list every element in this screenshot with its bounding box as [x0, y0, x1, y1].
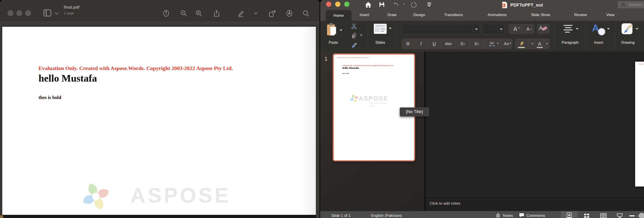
- tab-slide-show[interactable]: Slide Show: [531, 13, 550, 17]
- redo-button[interactable]: [410, 1, 418, 8]
- tab-design[interactable]: Design: [413, 13, 425, 17]
- preview-window: final.pdf 1 page: [0, 0, 320, 218]
- font-color-menu-button[interactable]: [544, 38, 550, 49]
- minimize-window-button[interactable]: [335, 2, 340, 7]
- zoom-out-minus-icon[interactable]: [629, 215, 635, 216]
- change-case-button[interactable]: Aa: [500, 38, 512, 49]
- font-size-select[interactable]: [482, 24, 505, 34]
- new-slide-button[interactable]: [374, 24, 387, 35]
- undo-menu-caret-icon[interactable]: [403, 4, 405, 5]
- paste-button[interactable]: [326, 23, 337, 38]
- thumb-body-text: thes is bold: [342, 73, 349, 74]
- thumb-watermark: ASPOSE Your File Format APIs: [350, 94, 388, 103]
- format-painter-button[interactable]: [350, 42, 358, 50]
- thumb-pdf-eval-text: Evaluation Only. Created with Aspose.PDF…: [337, 57, 369, 58]
- copy-button[interactable]: [351, 32, 357, 40]
- close-window-button[interactable]: [8, 10, 13, 16]
- notes-toggle-button[interactable]: [495, 212, 501, 218]
- tab-review[interactable]: Review: [574, 13, 587, 17]
- normal-view-button[interactable]: [561, 211, 578, 218]
- language-button[interactable]: English (Pakistan): [371, 214, 402, 218]
- share-button[interactable]: [212, 10, 221, 18]
- save-icon: [379, 1, 385, 8]
- paste-menu-caret-icon[interactable]: [340, 30, 342, 31]
- search-box[interactable]: Search: [618, 1, 644, 8]
- comments-label: Comments: [526, 214, 545, 218]
- tab-transitions[interactable]: Transitions: [444, 13, 463, 17]
- font-size-buttons: A A: [508, 24, 534, 34]
- slide-canvas[interactable]: Evaluation Only. Created with Aspose.PDF…: [635, 62, 644, 186]
- minimize-window-button[interactable]: [16, 10, 22, 16]
- insert-menu-caret-icon[interactable]: [607, 28, 610, 30]
- subscript-button[interactable]: X2: [470, 38, 484, 49]
- save-button[interactable]: [378, 1, 385, 8]
- notes-label: Notes: [503, 214, 513, 218]
- font-color-button[interactable]: A: [535, 38, 544, 49]
- comments-toggle-button[interactable]: [519, 213, 524, 218]
- drawing-menu-caret-icon[interactable]: [636, 28, 638, 30]
- character-spacing-button[interactable]: AV: [484, 38, 500, 49]
- markup-menu-button[interactable]: [253, 10, 259, 18]
- font-format-group: B I U abe X2 X2 AV Aa: [402, 38, 512, 49]
- insert-button[interactable]: A: [592, 23, 606, 36]
- zoom-window-button[interactable]: [344, 2, 350, 7]
- color-format-group: A: [515, 38, 550, 49]
- aspose-swirl-icon: [350, 94, 359, 103]
- slides-menu-caret-icon[interactable]: [389, 28, 392, 29]
- rotate-button[interactable]: [268, 10, 276, 18]
- strikethrough-button[interactable]: abe: [441, 38, 456, 49]
- bold-button[interactable]: B: [402, 38, 414, 49]
- highlight-button[interactable]: [515, 38, 529, 49]
- annotate-button[interactable]: [285, 10, 294, 18]
- drawing-icon: [621, 22, 634, 36]
- slide-show-button[interactable]: [614, 211, 626, 218]
- group-divider: [368, 23, 368, 49]
- undo-button[interactable]: [392, 1, 399, 8]
- workspace: 1 Evaluation Only. Created with Aspose.P…: [320, 52, 644, 211]
- window-title: PDFToPPT_out: [510, 2, 543, 8]
- info-button[interactable]: [162, 10, 170, 18]
- pdf-evaluation-text: Evaluation Only. Created with Aspose.Wor…: [38, 65, 233, 72]
- customize-toolbar-button[interactable]: [426, 1, 432, 8]
- zoom-window-button[interactable]: [25, 10, 31, 16]
- markup-button[interactable]: [236, 10, 244, 18]
- shrink-font-button[interactable]: A: [523, 26, 533, 33]
- paragraph-button[interactable]: [561, 24, 574, 34]
- slide-sorter-view-button[interactable]: [581, 211, 592, 218]
- spacing-arrow-icon: [489, 45, 495, 47]
- zoom-slider-knob[interactable]: [639, 213, 644, 218]
- superscript-button[interactable]: X2: [456, 38, 470, 49]
- cut-button[interactable]: [350, 23, 357, 30]
- font-name-select[interactable]: [402, 24, 480, 34]
- pdf-page[interactable]: Evaluation Only. Created with Aspose.Wor…: [2, 27, 316, 215]
- italic-button[interactable]: I: [414, 38, 427, 49]
- zoom-out-button[interactable]: [180, 10, 188, 18]
- notes-pane[interactable]: Click to add notes: [426, 198, 644, 211]
- highlight-menu-button[interactable]: [529, 38, 535, 49]
- grow-font-button[interactable]: A: [510, 26, 520, 33]
- paragraph-menu-caret-icon[interactable]: [576, 28, 578, 30]
- group-divider: [615, 23, 615, 49]
- copy-menu-caret-icon[interactable]: [360, 35, 362, 36]
- highlight-color-bar: [518, 47, 525, 48]
- underline-button[interactable]: U: [427, 38, 441, 49]
- search-icon: [302, 10, 310, 17]
- reading-view-button[interactable]: [598, 211, 609, 218]
- slide-pdf-eval-text: Evaluation Only. Created with Aspose.PDF…: [638, 64, 644, 64]
- search-button[interactable]: [302, 10, 310, 18]
- drawing-button[interactable]: [620, 22, 632, 35]
- chevron-down-icon[interactable]: [54, 12, 59, 16]
- drawing-label: Drawing: [618, 40, 638, 45]
- info-icon: [162, 10, 170, 17]
- tab-home[interactable]: Home: [326, 10, 352, 21]
- tab-insert[interactable]: Insert: [360, 13, 369, 17]
- tab-view[interactable]: View: [606, 13, 614, 17]
- clear-formatting-button[interactable]: A: [537, 24, 550, 34]
- close-window-button[interactable]: [326, 2, 331, 7]
- tab-animations[interactable]: Animations: [488, 13, 507, 17]
- home-button[interactable]: [365, 1, 372, 8]
- sidebar-toggle-button[interactable]: [42, 8, 52, 18]
- ribbon-tab-bar: Home Insert Draw Design Transitions Anim…: [320, 10, 644, 21]
- zoom-in-button[interactable]: [195, 10, 203, 18]
- tab-draw[interactable]: Draw: [388, 13, 396, 17]
